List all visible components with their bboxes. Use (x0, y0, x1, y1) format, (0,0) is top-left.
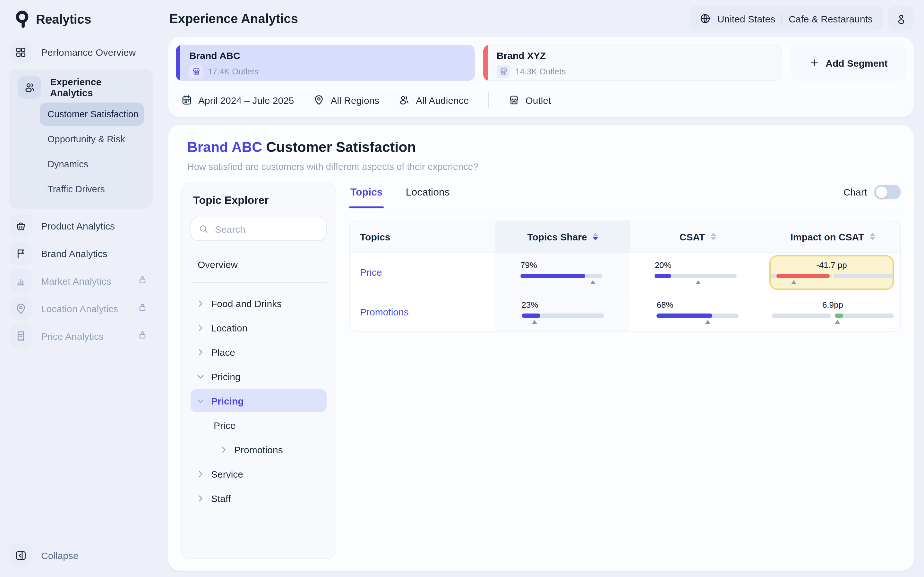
tab-locations[interactable]: Locations (405, 183, 451, 208)
bar-track (520, 274, 603, 278)
bar-track (522, 313, 604, 318)
topic-search[interactable] (191, 217, 326, 241)
logo[interactable]: Realytics (0, 0, 162, 36)
sidebar-item-traffic-drivers[interactable]: Traffic Drivers (40, 177, 144, 201)
topic-tree-item-pricing[interactable]: Pricing (191, 389, 326, 412)
bar-fill (657, 313, 712, 318)
impact-highlight-cell: -41.7 pp (769, 255, 894, 290)
topic-explorer-panel: Topic Explorer Overview Food and DrinksL… (181, 183, 336, 559)
sort-icon[interactable] (593, 233, 598, 241)
sidebar-item-dynamics[interactable]: Dynamics (40, 153, 144, 176)
chevron-right-icon (196, 347, 205, 357)
store-icon (189, 64, 203, 78)
topic-tree-item-food-and-drinks[interactable]: Food and Drinks (191, 292, 326, 315)
plus-icon (809, 58, 819, 68)
user-icon (895, 13, 907, 25)
topic-explorer-title: Topic Explorer (193, 194, 326, 207)
bar-fill (655, 274, 671, 278)
content-panel: Brand ABC Customer Satisfaction How sati… (168, 125, 914, 571)
benchmark-marker-icon (835, 319, 840, 324)
add-segment-button[interactable]: Add Segment (790, 45, 906, 81)
segment-card-brand-abc[interactable]: Brand ABC 17.4K Outlets (176, 45, 475, 81)
sidebar-item-performance-overview[interactable]: Perfomance Overview (9, 40, 153, 63)
topic-tree-item-price[interactable]: Price (191, 414, 326, 437)
filters-row: April 2024 – Jule 2025 All Regions All A… (176, 89, 906, 110)
collapse-sidebar-icon (9, 544, 32, 567)
topic-tree-item-promotions[interactable]: Promotions (191, 438, 326, 461)
column-header-impact-on-csat[interactable]: Impact on CSAT (765, 221, 900, 252)
chevron-down-icon (196, 396, 205, 406)
scope-region: United States (717, 13, 775, 24)
sort-icon[interactable] (711, 233, 716, 241)
csat-bar: 68% (657, 300, 739, 324)
search-input[interactable] (214, 223, 319, 235)
topic-link-promotions[interactable]: Promotions (360, 306, 409, 318)
topic-tree-item-place[interactable]: Place (191, 340, 326, 364)
column-header-topics-share[interactable]: Topics Share (495, 221, 630, 252)
table-row-price: Price 79% 20% (350, 252, 900, 292)
store-icon (497, 64, 510, 78)
segment-accent (176, 45, 180, 81)
sort-icon[interactable] (870, 233, 875, 241)
page-title: Experience Analytics (170, 11, 298, 26)
sidebar-item-opportunity-risk[interactable]: Opportunity & Risk (40, 127, 144, 151)
chevron-right-icon (196, 493, 205, 503)
topics-share-bar: 79% (520, 260, 603, 284)
user-menu-button[interactable] (888, 6, 914, 31)
topic-link-price[interactable]: Price (360, 267, 382, 277)
receipt-icon (9, 324, 32, 348)
collapse-button[interactable]: Collapse (9, 544, 153, 567)
map-pin-icon (313, 94, 325, 106)
chevron-right-icon (196, 323, 205, 332)
app-root: Realytics Perfomance Overview Experience… (0, 0, 924, 577)
globe-icon (699, 13, 711, 24)
chart-toggle[interactable] (874, 185, 901, 199)
csat-bar: 20% (655, 260, 737, 284)
benchmark-marker-icon (532, 319, 537, 324)
sidebar-item-customer-satisfaction[interactable]: Customer Satisfaction (40, 103, 144, 126)
divider (488, 92, 489, 108)
bar-chart-icon (9, 269, 32, 292)
sidebar-item-market-analytics[interactable]: Market Analytics (9, 269, 153, 292)
brand-name: Realytics (36, 12, 91, 27)
filter-date-range[interactable]: April 2024 – Jule 2025 (181, 94, 294, 106)
sidebar-item-experience-analytics[interactable]: Experience Analytics (18, 76, 144, 99)
column-header-csat[interactable]: CSAT (630, 221, 765, 252)
bar-track (771, 274, 893, 278)
topic-tree-item-location[interactable]: Location (191, 316, 326, 339)
filter-audience[interactable]: All Audience (399, 94, 469, 106)
tab-topics[interactable]: Topics (349, 183, 384, 208)
segment-card-brand-xyz[interactable]: Brand XYZ 14.3K Outlets (483, 45, 782, 81)
topic-tree-item-service[interactable]: Service (191, 462, 326, 485)
people-icon (18, 76, 41, 99)
segments-panel: Brand ABC 17.4K Outlets Brand XYZ (168, 37, 914, 117)
sidebar: Realytics Perfomance Overview Experience… (0, 0, 162, 577)
bar-track (657, 313, 739, 318)
topic-tree-label: Pricing (211, 371, 241, 382)
topic-tree-label: Location (211, 322, 247, 333)
benchmark-marker-icon (705, 319, 710, 324)
sidebar-item-product-analytics[interactable]: Product Analytics (9, 214, 153, 237)
bar-track (772, 313, 894, 318)
topic-tree-item-staff[interactable]: Staff (191, 487, 326, 510)
benchmark-marker-icon (696, 280, 701, 284)
divider (782, 13, 782, 24)
segment-outlets: 17.4K Outlets (208, 66, 258, 76)
sidebar-nav: Perfomance Overview Experience Analytics… (0, 36, 162, 352)
topic-overview-item[interactable]: Overview (191, 254, 326, 274)
lock-icon (137, 330, 148, 342)
content-title: Brand ABC Customer Satisfaction (187, 139, 901, 156)
bar-fill (522, 313, 541, 318)
search-icon (198, 224, 208, 234)
topic-tree-item-pricing[interactable]: Pricing (191, 365, 326, 388)
topic-tree-label: Service (211, 468, 243, 479)
filter-outlet[interactable]: Outlet (508, 94, 551, 106)
sidebar-item-location-analytics[interactable]: Location Analytics (9, 297, 153, 320)
topic-tree: Food and DrinksLocationPlacePricingPrici… (191, 292, 326, 511)
filter-regions[interactable]: All Regions (313, 94, 380, 106)
scope-selector[interactable]: United States Cafe & Restaraunts (689, 6, 883, 31)
column-header-topics[interactable]: Topics (350, 221, 495, 252)
lock-icon (137, 302, 148, 315)
sidebar-item-brand-analytics[interactable]: Brand Analytics (9, 242, 153, 265)
sidebar-item-price-analytics[interactable]: Price Analytics (9, 324, 153, 348)
